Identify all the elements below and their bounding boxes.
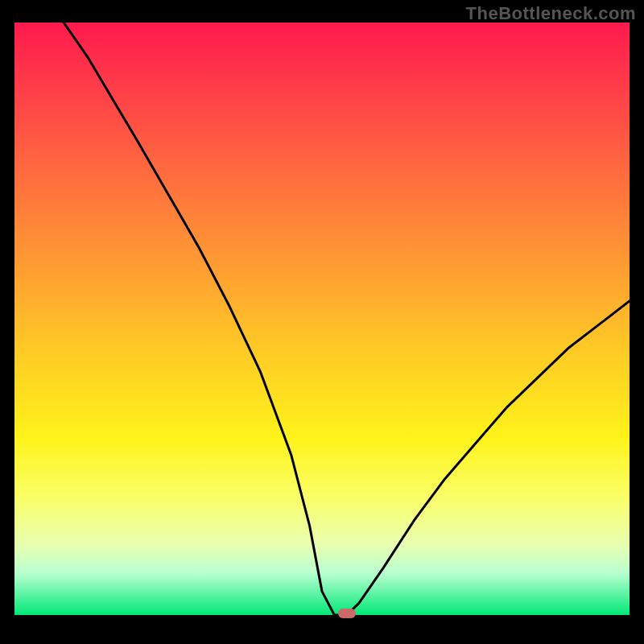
bottleneck-curve [64, 23, 630, 615]
bottleneck-marker [338, 609, 356, 618]
chart-frame: TheBottleneck.com [0, 0, 644, 644]
plot-area [14, 23, 630, 615]
watermark-text: TheBottleneck.com [466, 3, 636, 24]
curve-svg [14, 23, 630, 615]
